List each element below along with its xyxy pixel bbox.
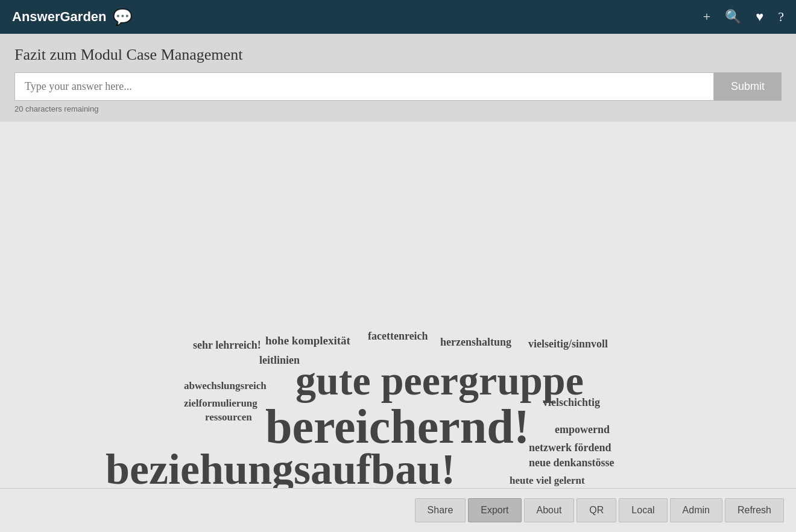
header-actions: + 🔍 ♥ ? — [703, 9, 784, 25]
wordcloud-word: abwechslungsreich — [184, 380, 267, 392]
export-button[interactable]: Export — [468, 498, 521, 522]
wordcloud-word: vielseitig/sinnvoll — [528, 338, 608, 350]
wordcloud-word: vielschichtig — [543, 396, 600, 409]
chat-icon: 💬 — [113, 8, 132, 27]
wordcloud-word: hohe komplexität — [265, 334, 350, 347]
input-section: Fazit zum Modul Case Management Submit 2… — [0, 34, 796, 122]
local-button[interactable]: Local — [619, 498, 667, 522]
wordcloud-word: ressourcen — [205, 411, 252, 423]
wordcloud-word: gute peergruppe — [295, 357, 584, 405]
answer-form: Submit — [14, 72, 782, 101]
submit-button[interactable]: Submit — [714, 72, 782, 101]
wordcloud-word: empowernd — [555, 423, 610, 436]
logo-area: AnswerGarden 💬 — [12, 8, 132, 27]
search-icon[interactable]: 🔍 — [725, 9, 741, 25]
wordcloud-area: gute peergruppebereichernd!beziehungsauf… — [0, 122, 796, 488]
wordcloud-container: gute peergruppebereichernd!beziehungsauf… — [0, 122, 796, 488]
question-title: Fazit zum Modul Case Management — [14, 46, 782, 64]
help-icon[interactable]: ? — [778, 9, 784, 25]
wordcloud-word: zielformulierung — [184, 397, 257, 410]
char-count: 20 characters remaining — [14, 104, 782, 113]
wordcloud-word: neue denkanstösse — [529, 457, 614, 469]
admin-button[interactable]: Admin — [670, 498, 722, 522]
wordcloud-word: leitlinien — [259, 354, 300, 367]
add-icon[interactable]: + — [703, 9, 710, 25]
refresh-button[interactable]: Refresh — [725, 498, 784, 522]
heart-icon[interactable]: ♥ — [756, 9, 763, 25]
qr-button[interactable]: QR — [576, 498, 616, 522]
wordcloud-word: netzwerk fördend — [529, 442, 611, 454]
logo-text: AnswerGarden — [12, 9, 107, 25]
about-button[interactable]: About — [524, 498, 575, 522]
answer-input[interactable] — [14, 72, 714, 101]
wordcloud-word: herzenshaltung — [440, 336, 511, 349]
footer: ShareExportAboutQRLocalAdminRefresh — [0, 488, 796, 532]
wordcloud-word: sehr lehrreich! — [193, 339, 261, 352]
header: AnswerGarden 💬 + 🔍 ♥ ? — [0, 0, 796, 34]
wordcloud-word: facettenreich — [368, 330, 428, 343]
wordcloud-word: heute viel gelernt — [510, 475, 585, 487]
wordcloud-word: beziehungsaufbau! — [106, 445, 455, 488]
share-button[interactable]: Share — [415, 498, 466, 522]
